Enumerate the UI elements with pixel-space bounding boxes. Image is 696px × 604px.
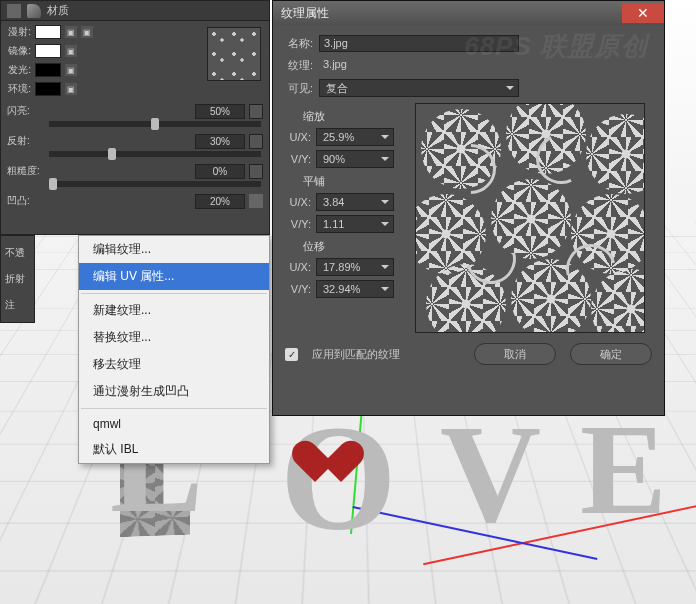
diffuse-label: 漫射: [5,25,31,39]
scale-ux-label: U/X: [285,131,311,143]
folder-icon[interactable]: ▣ [81,26,93,38]
folder-icon[interactable]: ▣ [65,64,77,76]
ok-button[interactable]: 确定 [570,343,652,365]
rough-label: 粗糙度: [7,164,45,178]
menu-separator [81,408,267,409]
left-side-tabs: 不透 折射 注 [0,235,35,323]
rough-value[interactable]: 0% [195,164,245,179]
menu-separator [81,293,267,294]
menu-qmwl[interactable]: qmwl [79,412,269,436]
folder-icon[interactable]: ▣ [65,83,77,95]
cancel-button[interactable]: 取消 [474,343,556,365]
bump-texture-icon[interactable] [249,194,263,208]
scale-section-label: 缩放 [303,109,403,124]
reflect-stepper[interactable] [249,134,263,149]
shine-stepper[interactable] [249,104,263,119]
material-ball-icon [7,4,21,18]
scale-vy-label: V/Y: [285,153,311,165]
shine-label: 闪亮: [7,104,45,118]
3d-letter-o: O [280,392,397,564]
offset-ux-label: U/X: [285,261,311,273]
bump-value[interactable]: 20% [195,194,245,209]
visible-label: 可见: [285,81,313,96]
shine-slider[interactable] [49,121,261,127]
offset-section-label: 位移 [303,239,403,254]
heart-icon [310,437,370,487]
note-tab[interactable]: 注 [3,292,32,318]
texture-context-menu: 编辑纹理... 编辑 UV 属性... 新建纹理... 替换纹理... 移去纹理… [78,235,270,464]
opacity-tab[interactable]: 不透 [3,240,32,266]
material-panel: 材质 漫射: ▣ ▣ 镜像: ▣ 发光: ▣ 环境: ▣ 闪亮: 50% [0,0,270,235]
3d-letter-v: V [440,393,541,554]
apply-matching-checkbox[interactable]: ✓ [285,348,298,361]
dialog-title: 纹理属性 [281,5,329,22]
brush-icon [27,4,41,18]
menu-edit-uv-props[interactable]: 编辑 UV 属性... [79,263,269,290]
material-panel-title: 材质 [47,3,69,18]
tile-ux-field[interactable]: 3.84 [316,193,394,211]
folder-icon[interactable]: ▣ [65,26,77,38]
close-button[interactable]: ✕ [622,3,664,23]
scale-ux-field[interactable]: 25.9% [316,128,394,146]
texture-value: 3.jpg [319,57,519,74]
reflect-slider[interactable] [49,151,261,157]
glow-swatch[interactable] [35,63,61,77]
scale-vy-field[interactable]: 90% [316,150,394,168]
tile-vy-label: V/Y: [285,218,311,230]
reflect-value[interactable]: 30% [195,134,245,149]
tile-vy-field[interactable]: 1.11 [316,215,394,233]
name-field[interactable]: 3.jpg [319,35,519,52]
glow-label: 发光: [5,63,31,77]
diffuse-swatch[interactable] [35,25,61,39]
menu-remove-texture[interactable]: 移去纹理 [79,351,269,378]
menu-replace-texture[interactable]: 替换纹理... [79,324,269,351]
texture-label: 纹理: [285,58,313,73]
rough-slider[interactable] [49,181,261,187]
offset-vy-field[interactable]: 32.94% [316,280,394,298]
reflect-label: 反射: [7,134,45,148]
name-label: 名称: [285,36,313,51]
menu-gen-bump[interactable]: 通过漫射生成凹凸 [79,378,269,405]
specular-swatch[interactable] [35,44,61,58]
dialog-titlebar[interactable]: 纹理属性 ✕ [273,1,664,25]
bump-label: 凹凸: [7,194,45,208]
visible-dropdown[interactable]: 复合 [319,79,519,97]
material-texture-preview[interactable] [207,27,261,81]
offset-ux-field[interactable]: 17.89% [316,258,394,276]
env-swatch[interactable] [35,82,61,96]
menu-default-ibl[interactable]: 默认 IBL [79,436,269,463]
specular-label: 镜像: [5,44,31,58]
env-label: 环境: [5,82,31,96]
menu-edit-texture[interactable]: 编辑纹理... [79,236,269,263]
offset-vy-label: V/Y: [285,283,311,295]
folder-icon[interactable]: ▣ [65,45,77,57]
tile-ux-label: U/X: [285,196,311,208]
shine-value[interactable]: 50% [195,104,245,119]
rough-stepper[interactable] [249,164,263,179]
texture-properties-dialog: 纹理属性 ✕ 68PS 联盟原创 名称: 3.jpg 纹理: 3.jpg 可见:… [272,0,665,416]
texture-preview-large [415,103,645,333]
menu-new-texture[interactable]: 新建纹理... [79,297,269,324]
3d-letter-e: E [580,394,667,544]
apply-matching-label: 应用到匹配的纹理 [312,347,400,362]
close-icon: ✕ [637,5,649,21]
tile-section-label: 平铺 [303,174,403,189]
refraction-tab[interactable]: 折射 [3,266,32,292]
